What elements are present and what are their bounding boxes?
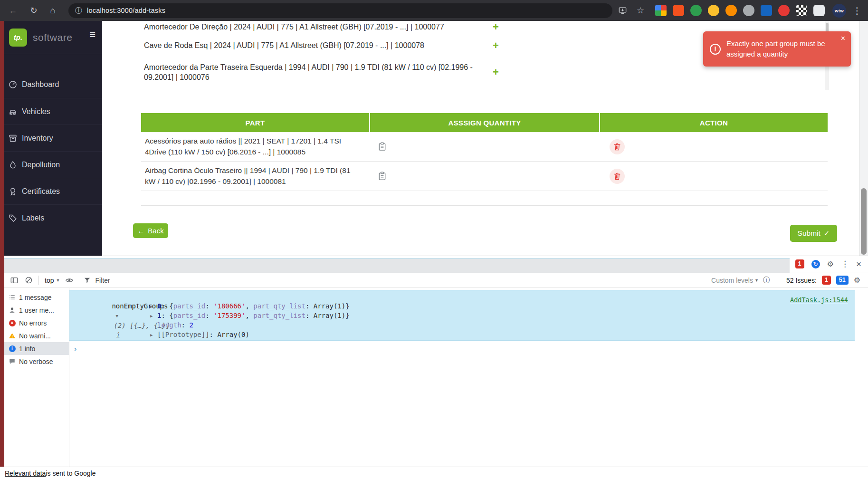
scrollbar-thumb[interactable]	[861, 188, 867, 255]
status-text: is sent to Google	[46, 469, 95, 477]
devtools-close-icon[interactable]: ×	[856, 259, 861, 269]
filter-label: 1 user me...	[19, 307, 54, 314]
punctuation: :	[305, 312, 314, 319]
sidebar-item-certificates[interactable]: Certificates	[4, 178, 102, 204]
extension-icon-2[interactable]	[673, 5, 684, 16]
prop-value-number: 2	[189, 321, 193, 329]
assign-quantity-icon[interactable]	[378, 142, 387, 151]
punctuation: : {	[161, 312, 173, 319]
clear-console-icon[interactable]	[21, 276, 36, 284]
extension-icon-8[interactable]	[778, 5, 790, 16]
header-assign-quantity: ASSSIGN QUANTITY	[369, 113, 599, 132]
log-levels-selector[interactable]: Custom levels ▾	[711, 277, 758, 284]
available-part-row: Amortecedor De Direção | 2024 | AUDI | 7…	[144, 22, 505, 32]
status-bar: Relevant data is sent to Google	[0, 467, 868, 479]
extension-icon-1[interactable]	[655, 5, 667, 16]
toast-close-icon[interactable]: ×	[841, 34, 845, 43]
expand-caret-icon[interactable]: ▶	[150, 302, 157, 311]
sidebar-item-label: Inventory	[22, 134, 53, 143]
issues-label[interactable]: 52 Issues:	[786, 277, 817, 284]
filter-info[interactable]: i 1 info	[4, 342, 69, 355]
header-part: PART	[141, 113, 369, 132]
live-expression-eye-icon[interactable]	[62, 276, 76, 285]
available-part-row: Amortecedor da Parte Traseira Esquerda |…	[144, 62, 505, 82]
console-message-highlighted: nonEmptyGroups ▼ (2) [{…}, {…}] i AddTas…	[69, 290, 855, 341]
desktop-edge-strip	[0, 21, 4, 467]
sidebar-item-label: Dashboard	[22, 80, 59, 89]
table-row: Airbag Cortina Óculo Traseiro || 1994 | …	[141, 162, 828, 191]
add-part-button[interactable]: +	[493, 67, 499, 77]
submit-button[interactable]: Submit ✓	[790, 225, 837, 242]
profile-avatar[interactable]: wtw	[832, 4, 846, 18]
devtools-settings-icon[interactable]: ⚙	[827, 259, 834, 268]
part-cell: Airbag Cortina Óculo Traseiro || 1994 | …	[141, 162, 369, 191]
devtools-menu-icon[interactable]: ⋮	[841, 259, 849, 269]
sidebar-item-labels[interactable]: Labels	[4, 204, 102, 231]
sidebar-item-vehicles[interactable]: Vehicles	[4, 98, 102, 125]
console-error-count-badge[interactable]: 1	[795, 259, 804, 268]
sync-icon[interactable]: ↻	[811, 260, 820, 268]
delete-part-button[interactable]	[610, 169, 625, 184]
console-log-line: nonEmptyGroups ▼ (2) [{…}, {…}] i AddTas…	[69, 292, 855, 301]
page-scrollbar[interactable]	[859, 21, 868, 256]
info-icon[interactable]: ⓘ	[763, 276, 770, 285]
filter-errors[interactable]: × No errors	[4, 316, 69, 329]
assigned-parts-table: PART ASSSIGN QUANTITY ACTION Acessórios …	[141, 113, 828, 191]
prompt-chevron-icon: ›	[73, 345, 77, 354]
context-selector[interactable]: top ▾	[45, 277, 59, 284]
browser-menu-icon[interactable]: ⋮	[852, 5, 862, 16]
expand-caret-icon[interactable]: ▶	[150, 311, 157, 321]
table-row: Acessórios para auto rádios || 2021 | SE…	[141, 132, 828, 162]
install-icon[interactable]	[618, 6, 630, 15]
sidebar-item-inventory[interactable]: Inventory	[4, 125, 102, 151]
console-sidebar: 1 message 1 user me... × No errors No wa…	[4, 288, 69, 467]
add-part-button[interactable]: +	[493, 40, 499, 50]
assign-quantity-icon[interactable]	[378, 172, 387, 181]
back-icon[interactable]: ←	[7, 6, 19, 16]
warning-icon	[9, 332, 16, 339]
extensions-puzzle-icon[interactable]	[813, 5, 825, 16]
console-filter-input[interactable]	[95, 277, 712, 284]
console-prompt[interactable]: ›	[73, 345, 77, 354]
extension-icon-9[interactable]	[796, 5, 807, 16]
reload-icon[interactable]: ↻	[28, 5, 40, 16]
extension-icon-7[interactable]	[761, 5, 772, 16]
relevant-data-link[interactable]: Relevant data	[5, 469, 46, 477]
filter-warnings[interactable]: No warni...	[4, 329, 69, 342]
console-settings-icon[interactable]: ⚙	[854, 276, 860, 285]
filter-verbose[interactable]: No verbose	[4, 355, 69, 368]
extension-icon-4[interactable]	[708, 5, 719, 16]
issues-count-badge[interactable]: 51	[836, 276, 849, 285]
sidebar-toggle-icon[interactable]: ≡	[89, 29, 95, 41]
punctuation: :	[305, 302, 314, 310]
console-sidebar-toggle-icon[interactable]	[7, 276, 21, 285]
certificate-icon	[8, 187, 18, 196]
filter-label: No verbose	[19, 358, 53, 365]
filter-user-messages[interactable]: 1 user me...	[4, 304, 69, 316]
list-icon	[9, 294, 16, 301]
add-part-button[interactable]: +	[493, 22, 499, 32]
header-action: ACTION	[599, 113, 828, 132]
console-output: nonEmptyGroups ▼ (2) [{…}, {…}] i AddTas…	[69, 288, 868, 467]
sidebar-item-label: Certificates	[22, 187, 60, 196]
expand-caret-icon[interactable]: ▶	[150, 330, 157, 340]
sidebar-item-depollution[interactable]: Depollution	[4, 151, 102, 178]
part-cell: Acessórios para auto rádios || 2021 | SE…	[141, 132, 369, 161]
delete-part-button[interactable]	[610, 139, 625, 154]
part-description: Cave de Roda Esq | 2024 | AUDI | 775 | A…	[144, 40, 484, 50]
filter-messages[interactable]: 1 message	[4, 291, 69, 304]
sidebar-item-dashboard[interactable]: Dashboard	[4, 71, 102, 98]
home-icon[interactable]: ⌂	[47, 6, 59, 16]
site-info-icon[interactable]: ⓘ	[75, 6, 82, 15]
extension-icon-5[interactable]	[725, 5, 737, 16]
back-button[interactable]: ← Back	[133, 223, 168, 238]
bookmark-star-icon[interactable]: ☆	[634, 5, 647, 16]
url-bar[interactable]: ⓘ localhost:3000/add-tasks	[68, 3, 612, 18]
issues-error-badge[interactable]: 1	[822, 276, 831, 285]
extension-icon-6[interactable]	[743, 5, 754, 16]
toast-message: Exactly one part group must be assigned …	[726, 38, 837, 60]
extension-icon-3[interactable]	[690, 5, 702, 16]
prop-key: parts_id	[173, 312, 205, 319]
user-icon	[9, 307, 16, 314]
punctuation: ,	[245, 302, 253, 310]
